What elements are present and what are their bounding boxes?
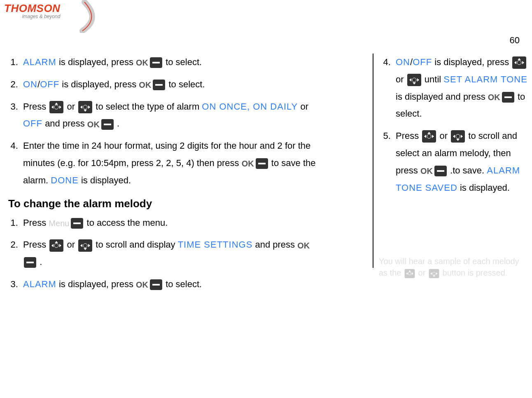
page-number: 60	[510, 35, 520, 46]
term-alarm: ALARM	[23, 57, 56, 67]
ok-button-icon	[434, 166, 447, 176]
instruction-list-right: ON/OFF is displayed, press or until SET …	[393, 54, 532, 196]
instruction-list-1: ALARM is displayed, press OK to select. …	[21, 54, 321, 189]
ok-label: OK	[420, 166, 433, 176]
menu-label: Menu	[49, 219, 69, 228]
brand-logo: THOMSON images & beyond	[4, 2, 60, 19]
heading-change-melody: To change the alarm melody	[8, 197, 321, 210]
term-off: OFF	[40, 79, 59, 89]
term-on: ON	[23, 79, 37, 89]
nav-up-icon	[404, 269, 415, 278]
menu-button-icon	[71, 218, 83, 229]
right-item5: Press or to scroll and select an alarm m…	[393, 127, 532, 196]
ok-button-icon	[101, 119, 114, 130]
ok-label: OK	[488, 93, 500, 102]
term-off: OFF	[413, 57, 432, 67]
nav-down-icon	[429, 269, 439, 278]
term-on: ON	[396, 57, 410, 67]
ok-label: OK	[297, 241, 310, 250]
nav-up-icon	[49, 101, 63, 113]
nav-up-icon	[422, 130, 436, 143]
nav-up-icon	[49, 239, 63, 252]
term-done: DONE	[51, 175, 79, 185]
ok-button-icon	[150, 279, 162, 290]
footnote: You will hear a sample of each melody as…	[379, 255, 523, 279]
ok-label: OK	[136, 280, 148, 289]
ok-label: OK	[87, 120, 100, 129]
list2-item2: Press or to scroll and display TIME SETT…	[21, 236, 321, 271]
list2-item3: ALARM is displayed, press OK to select.	[21, 276, 321, 293]
ok-button-icon	[502, 92, 514, 103]
right-item4: ON/OFF is displayed, press or until SET …	[393, 54, 532, 122]
nav-down-icon	[407, 74, 421, 86]
list1-item2: ON/OFF is displayed, press OK to select.	[21, 76, 321, 93]
list1-item4: Enter the time in 24 hour format, using …	[21, 137, 321, 189]
nav-up-icon	[512, 56, 526, 69]
list1-item3: Press or to select the type of alarm ON …	[21, 98, 321, 133]
instruction-list-2: Press Menu to access the menu. Press or …	[21, 214, 321, 293]
ok-label: OK	[139, 80, 151, 89]
ok-button-icon	[153, 80, 165, 90]
ok-button-icon	[24, 257, 36, 268]
term-alarm: ALARM	[23, 279, 56, 289]
nav-down-icon	[78, 239, 92, 252]
nav-down-icon	[451, 130, 465, 143]
term-time-settings: TIME SETTINGS	[178, 239, 253, 250]
left-column: ALARM is displayed, press OK to select. …	[8, 54, 321, 298]
ok-label: OK	[136, 58, 148, 67]
ok-label: OK	[242, 159, 254, 168]
nav-down-icon	[78, 101, 92, 113]
term-off: OFF	[23, 118, 42, 129]
list2-item1: Press Menu to access the menu.	[21, 214, 321, 232]
term-set-alarm-tone: SET ALARM TONE	[443, 74, 527, 84]
logo-swoosh-icon	[78, 0, 103, 33]
ok-button-icon	[150, 57, 162, 68]
right-column: ON/OFF is displayed, press or until SET …	[373, 54, 532, 268]
term-options: ON ONCE, ON DAILY	[202, 101, 298, 112]
list1-item1: ALARM is displayed, press OK to select.	[21, 54, 321, 71]
brand-name: THOMSON	[4, 2, 60, 15]
ok-button-icon	[256, 158, 268, 169]
